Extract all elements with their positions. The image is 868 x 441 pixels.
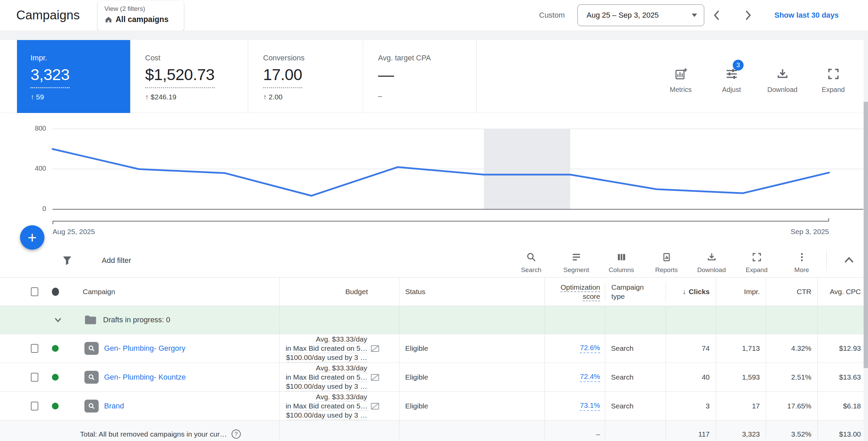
search-campaign-type-icon — [84, 342, 99, 355]
y-tick-400: 400 — [26, 165, 46, 172]
metrics-button[interactable]: Metrics — [665, 67, 697, 94]
search-icon — [526, 252, 537, 263]
ctr-cell: 17.65% — [766, 392, 818, 420]
budget-cell[interactable]: Avg. $33.33/day in Max Bid created on 5…… — [280, 335, 399, 362]
enabled-status-dot[interactable] — [52, 345, 59, 352]
column-header-ctr[interactable]: CTR — [766, 277, 818, 306]
campaign-name-link[interactable]: Gen- Plumbing- Gergory — [104, 344, 185, 353]
column-header-avg-cpc[interactable]: Avg. CPC — [818, 277, 864, 306]
expand-label: Expand — [746, 266, 767, 274]
show-last-30-days-link[interactable]: Show last 30 days — [774, 0, 839, 31]
x-axis-end-label: Sep 3, 2025 — [761, 228, 829, 236]
scorecard-cost[interactable]: Cost $1,520.73 ↑ $246.19 — [130, 40, 248, 113]
segment-button[interactable]: Segment — [554, 244, 599, 274]
date-range-picker[interactable]: Aug 25 – Sep 3, 2025 — [577, 4, 704, 26]
scorecard-label: Conversions — [263, 54, 363, 62]
toolbar-divider — [826, 250, 827, 271]
row-checkbox[interactable] — [31, 373, 38, 382]
download-icon — [706, 252, 717, 263]
download-icon — [776, 67, 789, 81]
row-checkbox[interactable] — [31, 402, 38, 410]
impressions-cell: 1,713 — [716, 334, 766, 363]
sort-descending-icon: ↓ — [683, 288, 686, 296]
page-title: Campaigns — [16, 0, 80, 31]
total-clicks: 117 — [666, 421, 716, 441]
status-cell: Eligible — [399, 334, 545, 363]
optimization-score-link[interactable]: 73.1% — [580, 401, 600, 411]
scorecard-value: $1,520.73 — [145, 65, 215, 88]
collapse-group-chevron-icon[interactable] — [53, 315, 63, 325]
vertical-scrollbar-thumb[interactable] — [864, 102, 868, 368]
segment-icon — [571, 252, 582, 263]
scorecard-delta: – — [378, 92, 476, 100]
expand-icon — [827, 67, 840, 81]
download-table-button[interactable]: Download — [689, 244, 734, 274]
scorecard-conversions[interactable]: Conversions 17.00 ↑ 2.00 — [248, 40, 363, 113]
date-range-value: Aug 25 – Sep 3, 2025 — [587, 11, 659, 20]
status-dot-header-icon — [52, 288, 59, 296]
enabled-status-dot[interactable] — [52, 403, 59, 409]
campaigns-table: Campaign Budget Status Optimization scor… — [0, 277, 864, 441]
campaign-name-link[interactable]: Brand — [104, 402, 124, 410]
expand-label: Expand — [822, 86, 845, 94]
expand-table-button[interactable]: Expand — [734, 244, 779, 274]
scorecard-label: Avg. target CPA — [378, 54, 476, 62]
reports-icon — [661, 252, 672, 263]
view-selector[interactable]: View (2 filters) All campaigns — [98, 1, 184, 31]
budget-cell[interactable]: Avg. $33.33/day in Max Bid created on 5…… — [280, 364, 399, 391]
columns-button[interactable]: Columns — [599, 244, 644, 274]
total-avg-cpc: $13.00 — [818, 421, 864, 441]
budget-cell[interactable]: Avg. $33.33/day in Max Bid created on 5…… — [280, 392, 399, 420]
next-date-range-button[interactable] — [742, 7, 761, 24]
folder-icon — [83, 314, 98, 326]
adjust-label: Adjust — [722, 86, 741, 94]
view-selector-value: All campaigns — [116, 15, 169, 24]
reports-button[interactable]: Reports — [644, 244, 689, 274]
column-header-budget[interactable]: Budget — [280, 277, 399, 306]
campaign-type-cell: Search — [605, 392, 666, 420]
campaign-name-link[interactable]: Gen- Plumbing- Kountze — [104, 373, 186, 382]
scorecard-row: Impr. 3,323 ↑ 59 Cost $1,520.73 ↑ $246.1… — [0, 40, 864, 113]
ctr-cell: 4.32% — [766, 334, 818, 363]
clicks-cell: 40 — [666, 363, 716, 391]
download-label: Download — [767, 86, 797, 94]
campaign-type-cell: Search — [605, 363, 666, 391]
segment-label: Segment — [563, 266, 589, 274]
adjust-button[interactable]: 3 Adjust — [715, 67, 748, 94]
clicks-cell: 74 — [666, 334, 716, 363]
more-button[interactable]: More — [779, 244, 824, 274]
optimization-score-link[interactable]: 72.6% — [580, 344, 600, 353]
help-icon[interactable]: ? — [232, 429, 241, 439]
optimization-score-link[interactable]: 72.4% — [580, 372, 600, 382]
scorecard-label: Impr. — [31, 54, 130, 62]
row-checkbox[interactable] — [31, 344, 38, 353]
select-all-checkbox[interactable] — [31, 287, 38, 296]
shared-budget-icon — [370, 402, 380, 411]
section-divider — [0, 31, 868, 40]
column-header-campaign-type[interactable]: Campaign type — [605, 283, 666, 301]
previous-date-range-button[interactable] — [711, 7, 730, 24]
impressions-line-chart — [0, 113, 864, 244]
scorecard-avg-target-cpa[interactable]: Avg. target CPA — – — [363, 40, 477, 113]
column-header-optimization-score[interactable]: Optimization score — [545, 283, 605, 301]
scorecard-impressions[interactable]: Impr. 3,323 ↑ 59 — [17, 40, 130, 113]
expand-chart-button[interactable]: Expand — [817, 67, 849, 94]
column-header-clicks[interactable]: ↓ Clicks — [666, 277, 716, 306]
ctr-cell: 2.51% — [766, 363, 818, 391]
clicks-cell: 3 — [666, 392, 716, 420]
search-button[interactable]: Search — [509, 244, 554, 274]
impressions-cell: 17 — [716, 392, 766, 420]
column-header-status[interactable]: Status — [399, 277, 545, 306]
enabled-status-dot[interactable] — [52, 374, 59, 381]
column-header-impressions[interactable]: Impr. — [716, 277, 766, 306]
column-header-campaign[interactable]: Campaign — [83, 288, 115, 296]
date-mode-label: Custom — [539, 0, 565, 31]
new-campaign-fab[interactable]: + — [20, 225, 44, 250]
download-chart-button[interactable]: Download — [766, 67, 798, 94]
collapse-chart-button[interactable] — [840, 252, 859, 269]
drafts-group-row: Drafts in progress: 0 — [0, 306, 864, 334]
metrics-icon — [674, 67, 688, 81]
campaign-row: Brand Avg. $33.33/day in Max Bid created… — [0, 392, 864, 421]
status-cell: Eligible — [399, 363, 545, 391]
add-filter-button[interactable]: Add filter — [102, 244, 131, 277]
